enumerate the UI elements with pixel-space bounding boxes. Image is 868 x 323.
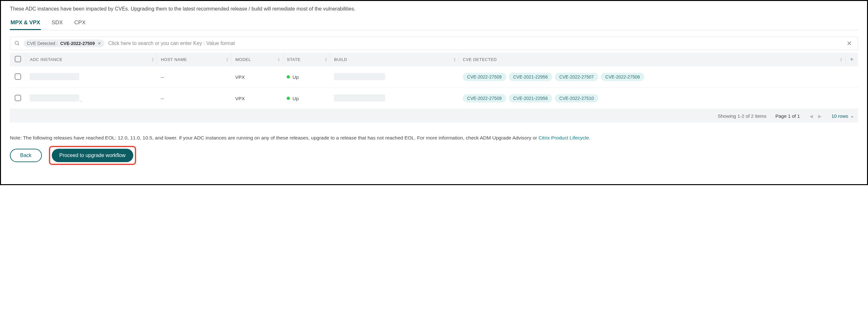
cell-host-name: -- [157, 66, 231, 88]
tab-sdx[interactable]: SDX [51, 17, 64, 30]
tab-mpx-vpx[interactable]: MPX & VPX [10, 17, 41, 30]
note-text: Note: The following releases have reache… [10, 135, 538, 140]
header-build[interactable]: BUILD ▲▼ [330, 53, 459, 66]
proceed-upgrade-button[interactable]: Proceed to upgrade workflow [52, 149, 133, 162]
sort-icon[interactable]: ▲▼ [152, 58, 154, 62]
intro-text: These ADC instances have been impacted b… [10, 6, 858, 12]
sort-icon[interactable]: ▲▼ [226, 58, 228, 62]
filter-chip-cve-detected: CVE Detected : CVE-2022-27509 ✕ [24, 40, 104, 47]
highlight-frame: Proceed to upgrade workflow [49, 146, 136, 165]
chevron-down-icon: ⌄ [850, 113, 854, 119]
header-cve-detected[interactable]: CVE DETECTED ▲▼ [459, 53, 845, 66]
sort-icon[interactable]: ▲▼ [325, 58, 327, 62]
pager-next-icon[interactable]: ▶ [817, 114, 822, 119]
cell-state: Up [283, 66, 330, 88]
cve-pill[interactable]: CVE-2022-27509 [463, 94, 506, 103]
sort-icon[interactable]: ▲▼ [454, 58, 456, 62]
filter-chip-remove-icon[interactable]: ✕ [97, 41, 101, 46]
svg-line-1 [18, 44, 19, 45]
row-checkbox[interactable] [15, 73, 21, 80]
clear-search-icon[interactable]: ✕ [845, 40, 854, 47]
back-button[interactable]: Back [10, 149, 42, 162]
select-all-checkbox[interactable] [15, 56, 21, 62]
tab-cpx[interactable]: CPX [74, 17, 86, 30]
row-checkbox[interactable] [15, 95, 21, 101]
rows-per-page-selector[interactable]: 10 rows ⌄ [831, 113, 854, 119]
svg-point-0 [15, 41, 19, 45]
pager-showing: Showing 1-2 of 2 items [718, 113, 767, 119]
header-model[interactable]: MODEL ▲▼ [231, 53, 283, 66]
header-adc-instance[interactable]: ADC INSTANCE ▲▼ [26, 53, 157, 66]
header-adc-instance-label: ADC INSTANCE [30, 57, 63, 62]
search-input[interactable] [108, 40, 841, 46]
cell-cve-detected: CVE-2022-27509 CVE-2021-22956 CVE-2022-2… [459, 88, 858, 109]
header-checkbox-cell [10, 53, 26, 66]
sort-icon[interactable]: ▲▼ [277, 58, 280, 62]
cell-adc-instance [26, 66, 157, 88]
header-build-label: BUILD [334, 57, 347, 62]
cve-pill[interactable]: CVE-2022-27509 [463, 73, 506, 81]
cve-pill[interactable]: CVE-2021-22956 [509, 73, 552, 81]
add-column-button[interactable]: + [845, 53, 858, 66]
header-model-label: MODEL [236, 57, 251, 62]
table-body: -- VPX Up CVE-2022-27509 CVE-2021-22956 … [10, 66, 858, 122]
pager-row: Showing 1-2 of 2 items Page 1 of 1 ◀ ▶ 1… [10, 109, 858, 123]
product-lifecycle-link[interactable]: Citrix Product Lifecycle [538, 135, 589, 140]
note-text-end: . [589, 135, 590, 140]
cell-build [330, 88, 459, 109]
cell-cve-detected: CVE-2022-27509 CVE-2021-22956 CVE-2022-2… [459, 66, 858, 88]
header-cve-detected-label: CVE DETECTED [463, 57, 497, 62]
search-bar: CVE Detected : CVE-2022-27509 ✕ ✕ [10, 37, 858, 50]
header-host-name-label: HOST NAME [161, 57, 187, 62]
search-icon [14, 40, 20, 47]
adc-table: ADC INSTANCE ▲▼ HOST NAME ▲▼ MODEL ▲▼ ST… [10, 53, 858, 122]
cve-pill[interactable]: CVE-2022-27507 [555, 73, 598, 81]
filter-chip-value: CVE-2022-27509 [60, 41, 95, 46]
cell-adc-instance: . [26, 88, 157, 109]
cell-model: VPX [231, 88, 283, 109]
status-up-icon [287, 75, 290, 78]
pager-page: Page 1 of 1 [775, 113, 800, 119]
cell-model: VPX [231, 66, 283, 88]
table-row: . -- VPX Up CVE-2022-27509 CVE-2021-2295… [10, 88, 858, 109]
cve-pill[interactable]: CVE-2022-27508 [601, 73, 644, 81]
sort-icon[interactable]: ▲▼ [840, 58, 842, 62]
filter-chip-label: CVE Detected : [27, 41, 58, 46]
status-up-icon [287, 97, 290, 100]
rows-per-page-label: 10 rows [831, 113, 848, 119]
tabs-container: MPX & VPX SDX CPX [10, 17, 858, 30]
cell-host-name: -- [157, 88, 231, 109]
cve-pill[interactable]: CVE-2021-22956 [509, 94, 552, 103]
eol-note: Note: The following releases have reache… [10, 134, 858, 141]
header-state[interactable]: STATE ▲▼ [283, 53, 330, 66]
cell-build [330, 66, 459, 88]
pager-prev-icon[interactable]: ◀ [809, 114, 814, 119]
table-row: -- VPX Up CVE-2022-27509 CVE-2021-22956 … [10, 66, 858, 88]
cell-state: Up [283, 88, 330, 109]
state-label: Up [292, 74, 299, 80]
header-host-name[interactable]: HOST NAME ▲▼ [157, 53, 231, 66]
action-buttons: Back Proceed to upgrade workflow [10, 146, 858, 165]
cve-pill[interactable]: CVE-2022-27510 [555, 94, 598, 103]
header-state-label: STATE [287, 57, 301, 62]
state-label: Up [292, 96, 299, 101]
